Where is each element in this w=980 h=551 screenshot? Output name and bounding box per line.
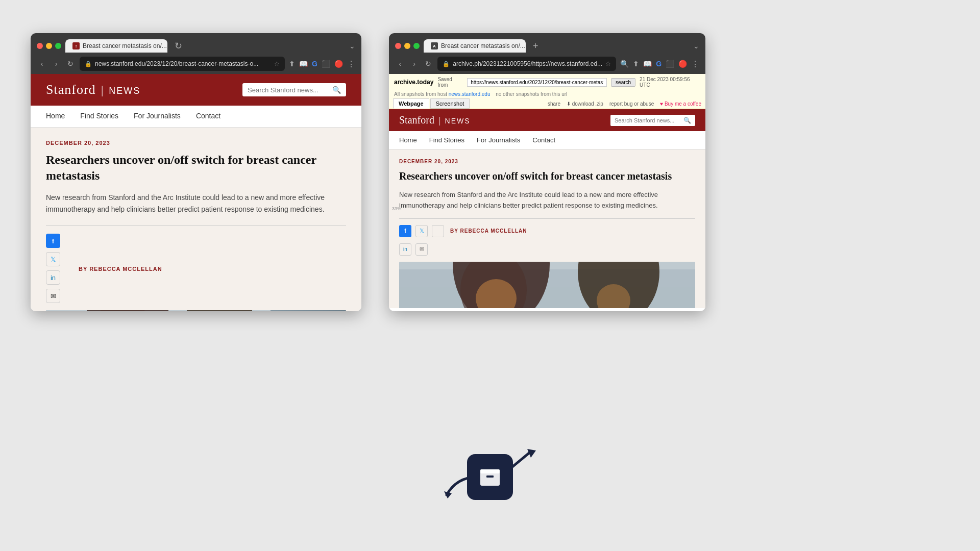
search-icon-2[interactable]: 🔍 [620,60,629,68]
twitter-icon-2[interactable]: 𝕏 [415,225,428,237]
extension2-icon-2[interactable]: ⬛ [666,60,674,68]
forward-button-1[interactable]: › [51,60,61,68]
archive-report-link[interactable]: report bug or abuse [609,101,654,107]
email-icon-1[interactable]: ✉ [46,289,60,303]
browser-tab-2[interactable]: A Breast cancer metastasis on/... ✕ [424,39,526,53]
search-icon-1[interactable]: 🔍 [332,86,341,94]
star-icon-1[interactable]: ☆ [274,60,280,67]
browser-toolbar-1: ‹ › ↻ 🔒 news.stanford.edu/2023/12/20/bre… [31,54,361,74]
author-byline-1: BY REBECCA MCCLELLAN [79,266,162,272]
search-icon-3[interactable]: 🔍 [683,117,691,124]
browser-tab-1[interactable]: ! Breast cancer metastasis on/... ✕ [65,39,167,53]
nav-contact-2[interactable]: Contact [532,131,555,149]
archive-download-link[interactable]: ⬇ download .zip [567,101,603,107]
svg-rect-19 [486,475,494,478]
share-icon-1[interactable]: ⬆ [289,60,295,68]
share-icon-2[interactable]: ⬆ [633,60,639,68]
archive-search-button[interactable]: search [611,78,635,87]
author-byline-2 [432,225,444,237]
browser-window-1: ! Breast cancer metastasis on/... ✕ ↻ ⌄ … [31,33,361,311]
archive-box-icon [467,454,513,500]
minimize-button-1[interactable] [46,43,52,49]
stanford-divider-2: | [438,115,441,126]
chevron-down-icon-2[interactable]: ⌄ [693,42,699,50]
nav-find-stories-1[interactable]: Find Stories [80,106,118,127]
chevron-down-icon-1[interactable]: ⌄ [349,42,355,50]
article-body-2: DECEMBER 20, 2023 Researchers uncover on… [389,149,705,308]
by-prefix-1: BY [79,266,87,272]
browser-titlebar-1: ! Breast cancer metastasis on/... ✕ ↻ ⌄ [31,33,361,54]
article-date-1: DECEMBER 20, 2023 [46,140,346,146]
archive-url-input[interactable] [467,78,607,87]
extension-g-icon-2[interactable]: G [656,60,662,68]
archive-icon-svg [477,464,503,490]
nav-contact-1[interactable]: Contact [196,106,220,127]
search-bar-1[interactable]: 🔍 [242,83,346,96]
archive-coffee-link[interactable]: ♥ Buy me a coffee [660,101,701,107]
svg-marker-16 [444,491,452,498]
search-input-1[interactable] [248,86,329,94]
more-button-2[interactable]: ⋮ [691,59,699,69]
tab-title-2: Breast cancer metastasis on/... [441,42,525,49]
nav-for-journalists-1[interactable]: For Journalists [134,106,181,127]
star-icon-2[interactable]: ☆ [605,60,611,67]
new-tab-button-2[interactable]: + [530,40,542,53]
archive-download-text: download .zip [572,101,603,107]
stanford-wordmark-2: Stanford [399,114,434,126]
address-bar-1[interactable]: 🔒 news.stanford.edu/2023/12/20/breast-ca… [80,57,285,71]
more-button-1[interactable]: ⋮ [347,59,355,69]
url-text-2: archive.ph/20231221005956/https://news.s… [453,60,602,67]
svg-point-4 [94,310,151,311]
back-button-2[interactable]: ‹ [395,60,405,68]
minimize-button-2[interactable] [404,43,410,49]
traffic-lights-2 [395,43,420,49]
facebook-icon-1[interactable]: f [46,234,60,248]
refresh-button-1[interactable]: ↻ [65,60,76,68]
facebook-icon-2[interactable]: f [399,225,411,237]
browser-titlebar-2: A Breast cancer metastasis on/... ✕ + ⌄ [389,33,705,54]
stanford-news-label-1: News [109,86,140,96]
nav-home-1[interactable]: Home [46,106,65,127]
maximize-button-2[interactable] [413,43,420,49]
nav-find-stories-2[interactable]: Find Stories [429,131,464,149]
tab-favicon-1: ! [72,42,80,49]
social-row2-2: in ✉ [399,243,695,256]
author-name-2: REBECCA MCCLELLAN [460,228,527,234]
article-divider-1 [46,225,346,226]
refresh-button-2[interactable]: ↻ [424,60,434,68]
archive-share-link[interactable]: share [548,101,560,107]
archive-tab-webpage[interactable]: Webpage [393,98,429,109]
bookmark-icon-2[interactable]: 📖 [643,60,652,68]
stanford-news-label-2: News [445,117,471,125]
extension3-icon-1[interactable]: 🔴 [334,60,343,68]
nav-for-journalists-2[interactable]: For Journalists [477,131,520,149]
maximize-button-1[interactable] [55,43,61,49]
email-icon-2[interactable]: ✉ [415,243,428,256]
article-image-2 [399,262,695,308]
archive-tab-screenshot[interactable]: Screenshot [430,98,470,109]
nav-bar-1: Home Find Stories For Journalists Contac… [31,106,361,128]
archive-logo: archive.today [394,79,433,86]
close-button-2[interactable] [395,43,401,49]
search-bar-2[interactable]: 🔍 [610,115,695,126]
stanford-divider-1: | [101,84,104,97]
bookmark-icon-1[interactable]: 📖 [299,60,308,68]
archive-page-content: 33% Stanford | News 🔍 Home Find Stories … [389,109,705,308]
extension-g-icon-1[interactable]: G [312,60,317,68]
article-divider-2 [399,218,695,219]
new-tab-button-1[interactable]: ↻ [172,39,185,53]
extension3-icon-2[interactable]: 🔴 [678,60,687,68]
twitter-icon-1[interactable]: 𝕏 [46,252,60,266]
search-input-2[interactable] [615,117,681,123]
address-bar-2[interactable]: 🔒 archive.ph/20231221005956/https://news… [437,57,616,71]
archive-host-link[interactable]: news.stanford.edu [449,91,491,97]
article-date-2: DECEMBER 20, 2023 [399,159,695,164]
extension2-icon-1[interactable]: ⬛ [322,60,330,68]
forward-button-2[interactable]: › [409,60,420,68]
linkedin-icon-1[interactable]: in [46,270,60,285]
archive-coffee-text: Buy me a coffee [665,101,701,107]
close-button-1[interactable] [37,43,43,49]
linkedin-icon-2[interactable]: in [399,243,411,256]
nav-home-2[interactable]: Home [399,131,417,149]
back-button-1[interactable]: ‹ [37,60,47,68]
